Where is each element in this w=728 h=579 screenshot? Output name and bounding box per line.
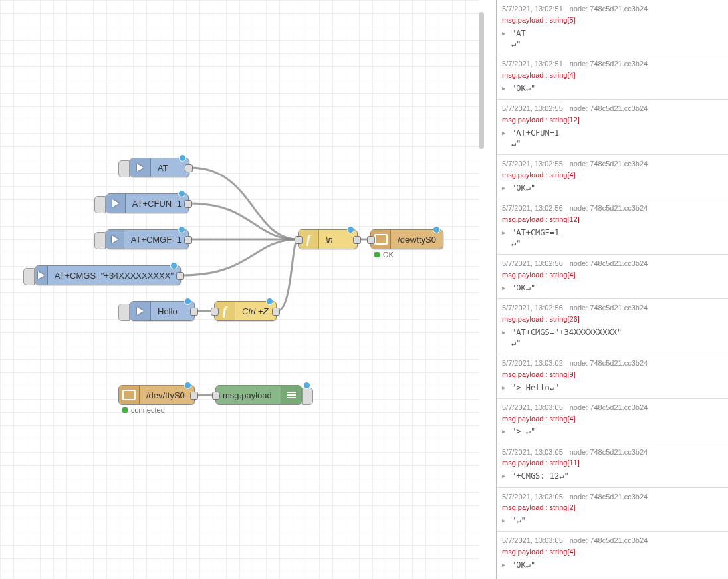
- debug-message-topic: msg.payload : string[4]: [502, 70, 723, 80]
- function-node-newline[interactable]: f \n: [298, 229, 358, 249]
- debug-message-node: node: 748c5d21.cc3b24: [570, 304, 648, 312]
- debug-message[interactable]: 5/7/2021, 13:02:51node: 748c5d21.cc3b24m…: [497, 55, 728, 100]
- changed-dot: [303, 382, 310, 389]
- node-label: AT+CMGF=1: [124, 235, 188, 245]
- debug-message-header: 5/7/2021, 13:03:05node: 748c5d21.cc3b24: [502, 447, 723, 457]
- debug-message[interactable]: 5/7/2021, 13:02:56node: 748c5d21.cc3b24m…: [497, 255, 728, 299]
- serial-icon: [374, 234, 388, 245]
- function-node-ctrlz[interactable]: f Ctrl +Z: [214, 301, 277, 321]
- debug-message[interactable]: 5/7/2021, 13:02:55node: 748c5d21.cc3b24m…: [497, 100, 728, 155]
- output-port[interactable]: [176, 272, 184, 280]
- inject-button[interactable]: [94, 196, 106, 213]
- input-port[interactable]: [367, 236, 375, 244]
- inject-node-cfun[interactable]: AT+CFUN=1: [106, 193, 189, 213]
- debug-message-payload[interactable]: "AT+CMGF=1 ↵": [502, 227, 723, 249]
- debug-message-node: node: 748c5d21.cc3b24: [570, 359, 648, 367]
- debug-message-node: node: 748c5d21.cc3b24: [570, 60, 648, 68]
- debug-message-payload[interactable]: "AT ↵": [502, 28, 723, 49]
- debug-message-payload[interactable]: "OK↵": [502, 283, 723, 293]
- debug-message-node: node: 748c5d21.cc3b24: [570, 5, 648, 13]
- debug-message-payload[interactable]: "OK↵": [502, 560, 723, 570]
- input-port[interactable]: [211, 308, 219, 316]
- debug-message-timestamp: 5/7/2021, 13:02:51: [502, 5, 563, 13]
- debug-message-node: node: 748c5d21.cc3b24: [570, 104, 648, 112]
- debug-message-header: 5/7/2021, 13:02:55node: 748c5d21.cc3b24: [502, 159, 723, 169]
- debug-message-payload[interactable]: "> ↵": [502, 426, 723, 437]
- inject-node-cmgf[interactable]: AT+CMGF=1: [106, 229, 189, 249]
- node-label: msg.payload: [216, 390, 281, 400]
- debug-message-payload[interactable]: "OK↵": [502, 183, 723, 193]
- debug-message-payload[interactable]: "AT+CFUN=1 ↵": [502, 128, 723, 149]
- debug-message-payload[interactable]: "OK↵": [502, 83, 723, 94]
- debug-message-header: 5/7/2021, 13:03:05node: 748c5d21.cc3b24: [502, 403, 723, 413]
- workspace-scrollbar[interactable]: [479, 12, 484, 149]
- debug-message-header: 5/7/2021, 13:02:55node: 748c5d21.cc3b24: [502, 104, 723, 114]
- debug-message-header: 5/7/2021, 13:02:51node: 748c5d21.cc3b24: [502, 59, 723, 69]
- serial-out-node[interactable]: /dev/ttyS0: [370, 229, 443, 249]
- changed-dot: [178, 190, 185, 197]
- inject-icon: [137, 307, 144, 315]
- flow-canvas[interactable]: AT AT+CFUN=1 AT+CMGF=1 AT+CMGS="+34XXXXX…: [0, 0, 479, 579]
- input-port[interactable]: [295, 236, 303, 244]
- debug-message-topic: msg.payload : string[11]: [502, 458, 723, 468]
- debug-message[interactable]: 5/7/2021, 13:03:05node: 748c5d21.cc3b24m…: [497, 443, 728, 488]
- debug-message[interactable]: 5/7/2021, 13:03:05node: 748c5d21.cc3b24m…: [497, 532, 728, 576]
- inject-node-cmgs[interactable]: AT+CMGS="+34XXXXXXXXX": [35, 265, 181, 285]
- debug-message[interactable]: 5/7/2021, 13:03:05node: 748c5d21.cc3b24m…: [497, 399, 728, 443]
- debug-message-node: node: 748c5d21.cc3b24: [570, 404, 648, 411]
- inject-button[interactable]: [23, 268, 35, 285]
- inject-button[interactable]: [118, 160, 130, 177]
- debug-message-timestamp: 5/7/2021, 13:02:55: [502, 160, 563, 168]
- debug-message-topic: msg.payload : string[4]: [502, 414, 723, 424]
- debug-message-header: 5/7/2021, 13:03:02node: 748c5d21.cc3b24: [502, 358, 723, 368]
- debug-message-topic: msg.payload : string[9]: [502, 370, 723, 380]
- changed-dot: [178, 226, 185, 233]
- debug-icon: [287, 392, 296, 398]
- output-port[interactable]: [272, 308, 280, 316]
- debug-message[interactable]: 5/7/2021, 13:02:51node: 748c5d21.cc3b24m…: [497, 0, 728, 55]
- inject-node-hello[interactable]: Hello: [130, 301, 195, 321]
- debug-message-payload[interactable]: "↵": [502, 515, 723, 526]
- debug-message-topic: msg.payload : string[4]: [502, 170, 723, 180]
- output-port[interactable]: [190, 308, 198, 316]
- output-port[interactable]: [353, 236, 361, 244]
- changed-dot: [179, 154, 186, 162]
- serial-out-status: OK: [374, 251, 394, 259]
- debug-message[interactable]: 5/7/2021, 13:02:55node: 748c5d21.cc3b24m…: [497, 155, 728, 199]
- debug-message-topic: msg.payload : string[5]: [502, 15, 723, 25]
- inject-button[interactable]: [94, 232, 106, 249]
- output-port[interactable]: [185, 164, 193, 172]
- serial-in-node[interactable]: /dev/ttyS0: [118, 385, 195, 405]
- node-label: Hello: [151, 306, 184, 316]
- inject-icon: [112, 235, 118, 243]
- node-label: /dev/ttyS0: [391, 235, 443, 245]
- debug-node[interactable]: msg.payload: [215, 385, 302, 405]
- debug-message-payload[interactable]: "> Hello↵": [502, 382, 723, 393]
- output-port[interactable]: [190, 392, 198, 400]
- inject-button[interactable]: [118, 304, 130, 321]
- inject-icon: [38, 271, 45, 279]
- function-icon: f: [223, 304, 227, 318]
- debug-message[interactable]: 5/7/2021, 13:02:56node: 748c5d21.cc3b24m…: [497, 299, 728, 354]
- output-port[interactable]: [184, 200, 192, 208]
- serial-icon: [122, 390, 136, 400]
- debug-message[interactable]: 5/7/2021, 13:03:05node: 748c5d21.cc3b24m…: [497, 488, 728, 532]
- debug-sidebar[interactable]: 5/7/2021, 13:02:51node: 748c5d21.cc3b24m…: [496, 0, 728, 579]
- debug-message-topic: msg.payload : string[2]: [502, 503, 723, 513]
- output-port[interactable]: [184, 236, 192, 244]
- debug-message-timestamp: 5/7/2021, 13:03:05: [502, 493, 563, 501]
- debug-toggle-button[interactable]: [302, 388, 313, 405]
- debug-message-payload[interactable]: "+CMGS: 12↵": [502, 471, 723, 481]
- debug-message-topic: msg.payload : string[12]: [502, 115, 723, 125]
- debug-message-payload[interactable]: "AT+CMGS="+34XXXXXXXXX" ↵": [502, 327, 723, 348]
- debug-message-timestamp: 5/7/2021, 13:02:56: [502, 204, 563, 212]
- debug-message[interactable]: 5/7/2021, 13:03:02node: 748c5d21.cc3b24m…: [497, 354, 728, 399]
- debug-message[interactable]: 5/7/2021, 13:02:56node: 748c5d21.cc3b24m…: [497, 199, 728, 255]
- input-port[interactable]: [212, 392, 220, 400]
- debug-message-timestamp: 5/7/2021, 13:02:56: [502, 304, 563, 312]
- debug-message-topic: msg.payload : string[26]: [502, 314, 723, 324]
- debug-message-timestamp: 5/7/2021, 13:03:02: [502, 359, 563, 367]
- node-label: /dev/ttyS0: [140, 390, 191, 400]
- debug-message-node: node: 748c5d21.cc3b24: [570, 160, 648, 168]
- inject-node-at[interactable]: AT: [130, 158, 189, 177]
